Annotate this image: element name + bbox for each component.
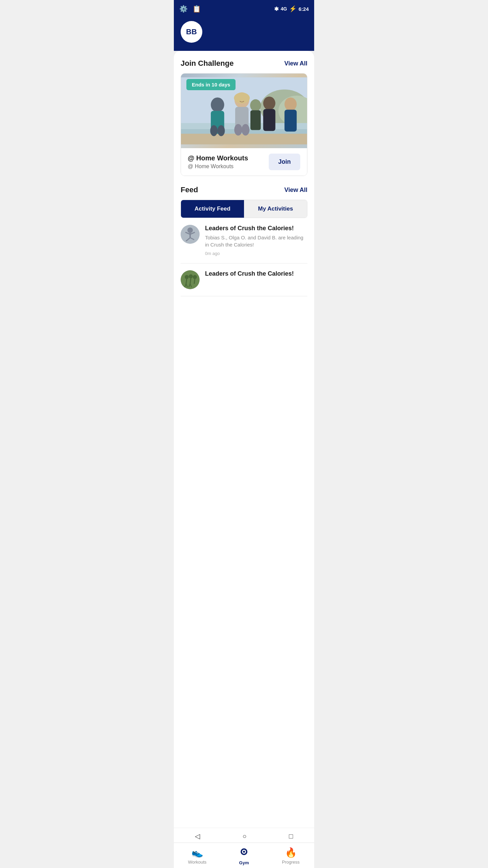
clipboard-icon[interactable]: 📋	[192, 5, 201, 13]
svg-point-6	[211, 97, 224, 112]
challenge-badge: Ends in 10 days	[186, 79, 236, 90]
svg-point-9	[218, 125, 225, 136]
bluetooth-icon: ✱	[274, 6, 279, 12]
svg-line-33	[190, 278, 191, 284]
workouts-label: Workouts	[188, 860, 207, 865]
gym-icon	[239, 847, 249, 859]
join-challenge-view-all[interactable]: View All	[284, 60, 307, 67]
svg-rect-20	[250, 110, 261, 130]
join-challenge-header: Join Challenge View All	[181, 59, 307, 68]
feed-content-2: Leaders of Crush the Calories!	[205, 270, 294, 279]
svg-line-32	[186, 279, 187, 284]
join-challenge-title: Join Challenge	[181, 59, 233, 68]
svg-rect-5	[181, 134, 307, 144]
feed-item-2: Leaders of Crush the Calories!	[181, 263, 307, 296]
svg-point-13	[242, 124, 249, 136]
workouts-icon: 👟	[191, 847, 203, 858]
progress-icon: 🔥	[285, 847, 297, 858]
join-button[interactable]: Join	[269, 154, 300, 170]
feed-item-1: Leaders of Crush the Calories! Tobias S.…	[181, 218, 307, 263]
challenge-text: @ Home Workouts @ Home Workouts	[188, 154, 248, 170]
svg-point-15	[263, 97, 276, 110]
svg-point-19	[250, 99, 261, 112]
clock: 6:24	[299, 6, 309, 12]
feed-header: Feed View All	[181, 185, 307, 194]
challenge-info: @ Home Workouts @ Home Workouts Join	[181, 148, 307, 176]
status-left-icons: ⚙️ 📋	[179, 5, 201, 13]
recent-button[interactable]: □	[289, 832, 293, 840]
svg-point-8	[210, 125, 218, 136]
svg-point-30	[189, 274, 193, 278]
user-avatar[interactable]: BB	[181, 21, 202, 43]
yoga-avatar-img	[181, 225, 200, 244]
outdoor-avatar-img	[181, 270, 200, 289]
feed-tabs: Activity Feed My Activities	[181, 200, 307, 218]
home-button[interactable]: ○	[242, 832, 246, 840]
progress-label: Progress	[282, 860, 300, 865]
challenge-title: @ Home Workouts	[188, 154, 248, 162]
bottom-nav: 👟 Workouts Gym 🔥 Progress	[174, 843, 314, 865]
feed-item-title-1: Leaders of Crush the Calories!	[205, 225, 307, 232]
challenge-subtitle: @ Home Workouts	[188, 163, 248, 170]
nav-item-progress[interactable]: 🔥 Progress	[267, 847, 314, 865]
battery-icon: ⚡	[289, 5, 297, 13]
tab-my-activities[interactable]: My Activities	[244, 200, 307, 218]
svg-point-12	[234, 124, 242, 136]
signal-icon: 4G	[281, 6, 287, 12]
gym-label: Gym	[239, 860, 249, 865]
nav-item-gym[interactable]: Gym	[221, 847, 267, 865]
back-button[interactable]: ◁	[195, 832, 200, 840]
nav-item-workouts[interactable]: 👟 Workouts	[174, 847, 221, 865]
svg-point-41	[243, 851, 245, 853]
svg-point-31	[193, 275, 197, 279]
settings-icon[interactable]: ⚙️	[179, 5, 188, 13]
svg-rect-16	[263, 109, 276, 131]
feed-item-title-2: Leaders of Crush the Calories!	[205, 270, 294, 277]
feed-title: Feed	[181, 185, 198, 194]
main-content: Join Challenge View All	[174, 51, 314, 865]
feed-item-time-1: 0m ago	[205, 251, 220, 256]
feed-content-1: Leaders of Crush the Calories! Tobias S.…	[205, 225, 307, 256]
status-bar: ⚙️ 📋 ✱ 4G ⚡ 6:24	[174, 0, 314, 17]
android-nav-bar: ◁ ○ □	[174, 828, 314, 844]
feed-avatar-1	[181, 225, 200, 244]
svg-line-34	[194, 279, 195, 284]
svg-point-22	[187, 228, 193, 233]
feed-view-all[interactable]: View All	[284, 186, 307, 194]
tab-activity-feed[interactable]: Activity Feed	[181, 200, 244, 218]
feed-section: Feed View All Activity Feed My Activitie…	[181, 185, 307, 296]
feed-avatar-2	[181, 270, 200, 289]
svg-point-29	[185, 275, 189, 279]
feed-item-desc-1: Tobias S., Olga O. and David B. are lead…	[205, 234, 307, 248]
status-right-icons: ✱ 4G ⚡ 6:24	[274, 5, 309, 13]
svg-point-17	[285, 97, 297, 111]
svg-rect-18	[285, 110, 297, 132]
challenge-image: Ends in 10 days	[181, 74, 307, 148]
app-header: BB	[174, 17, 314, 51]
challenge-card: Ends in 10 days @ Home Workouts @ Home W…	[181, 73, 307, 176]
